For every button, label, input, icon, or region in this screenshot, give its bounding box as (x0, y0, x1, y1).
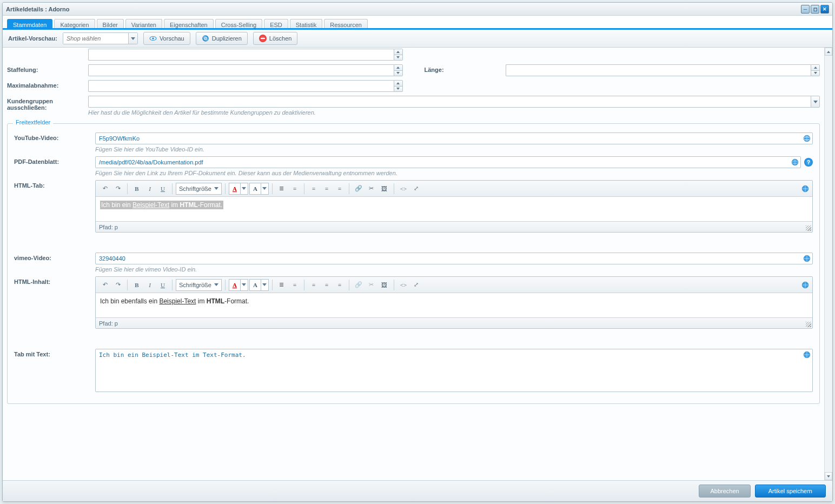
align-right-button[interactable]: ≡ (334, 183, 346, 195)
bold-button[interactable]: B (131, 183, 143, 195)
editor-path: Pfad: p (96, 317, 812, 328)
kundengruppen-select[interactable] (88, 96, 820, 108)
bold-button[interactable]: B (131, 279, 143, 291)
youtube-label: YouTube-Video: (14, 132, 95, 141)
tab-kategorien[interactable]: Kategorien (54, 19, 95, 28)
tab-statistik[interactable]: Statistik (290, 19, 323, 28)
ul-button[interactable]: ≣ (276, 183, 288, 195)
scroll-up-button[interactable] (825, 48, 832, 56)
pdf-input[interactable] (95, 156, 801, 168)
eye-icon (149, 35, 157, 42)
shop-select[interactable] (63, 32, 138, 44)
fullscreen-button[interactable]: ⤢ (410, 279, 422, 291)
align-left-button[interactable]: ≡ (308, 183, 320, 195)
tab-ressourcen[interactable]: Ressourcen (324, 19, 368, 28)
resize-handle[interactable] (806, 322, 811, 327)
globe-icon[interactable] (801, 281, 809, 289)
underline-button[interactable]: U (157, 183, 169, 195)
tab-varianten[interactable]: Varianten (125, 19, 162, 28)
mindestabnahme-spinner[interactable] (88, 49, 403, 61)
unlink-button[interactable]: ✂ (366, 183, 377, 195)
bg-color-button[interactable]: A (249, 279, 269, 291)
link-button[interactable]: 🔗 (353, 183, 365, 195)
redo-button[interactable]: ↷ (112, 183, 124, 195)
tabtext-label: Tab mit Text: (14, 349, 95, 357)
titlebar[interactable]: Artikeldetails : Adorno ─ ◻ ✕ (3, 3, 832, 16)
laenge-label: Länge: (425, 64, 506, 73)
close-button[interactable]: ✕ (820, 5, 829, 14)
source-button[interactable]: <> (397, 183, 409, 195)
laenge-spinner[interactable] (506, 64, 820, 76)
vimeo-input[interactable] (95, 253, 813, 264)
italic-button[interactable]: I (144, 183, 156, 195)
maximalabnahme-spinner[interactable] (88, 80, 403, 92)
tab-cross-selling[interactable]: Cross-Selling (215, 19, 262, 28)
fontsize-select[interactable]: Schriftgröße (176, 183, 222, 195)
staffelung-spinner[interactable] (88, 64, 403, 76)
resize-handle[interactable] (806, 226, 811, 231)
align-left-button[interactable]: ≡ (308, 279, 320, 291)
preview-label: Artikel-Vorschau: (8, 35, 57, 42)
minimize-button[interactable]: ─ (801, 5, 810, 14)
underline-button[interactable]: U (157, 279, 169, 291)
help-icon[interactable]: ? (804, 158, 813, 167)
cancel-button[interactable]: Abbrechen (699, 485, 750, 498)
delete-button[interactable]: Löschen (253, 32, 298, 45)
maximalabnahme-label: Maximalabnahme: (7, 80, 88, 89)
spin-up[interactable] (394, 49, 402, 55)
editor-content[interactable]: Ich bin ein Beispiel-Text im HTML-Format… (96, 197, 812, 221)
image-button[interactable]: 🖼 (379, 183, 390, 195)
source-button[interactable]: <> (397, 279, 409, 291)
ul-button[interactable]: ≣ (276, 279, 288, 291)
globe-icon[interactable] (801, 185, 809, 193)
fontsize-select[interactable]: Schriftgröße (176, 279, 222, 291)
globe-icon[interactable] (791, 158, 799, 166)
vimeo-hint: Fügen Sie hier die vimeo Video-ID ein. (95, 266, 813, 273)
kundengruppen-label: Kundengruppen ausschließen: (7, 96, 88, 111)
tabtext-textarea[interactable]: Ich bin ein Beispiel-Text im Text-Format… (95, 349, 813, 392)
shop-select-input[interactable] (63, 33, 128, 44)
tab-bilder[interactable]: Bilder (97, 19, 124, 28)
maximize-button[interactable]: ◻ (811, 5, 819, 14)
tab-eigenschaften[interactable]: Eigenschaften (164, 19, 214, 28)
globe-icon[interactable] (803, 351, 811, 359)
htmltab-label: HTML-Tab: (14, 180, 95, 189)
editor-content[interactable]: Ich bin ebenfalls ein Beispiel-Text im H… (96, 293, 812, 317)
editor-toolbar: ↶ ↷ B I U Schriftgröße A A (96, 277, 812, 293)
redo-button[interactable]: ↷ (112, 279, 124, 291)
align-center-button[interactable]: ≡ (321, 183, 333, 195)
unlink-button[interactable]: ✂ (366, 279, 377, 291)
text-color-button[interactable]: A (229, 279, 248, 291)
italic-button[interactable]: I (144, 279, 156, 291)
scroll-down-button[interactable] (825, 472, 832, 480)
duplicate-button[interactable]: Duplizieren (196, 32, 248, 45)
ol-button[interactable]: ≡ (289, 183, 301, 195)
delete-icon (259, 35, 267, 42)
spin-down[interactable] (394, 55, 402, 61)
youtube-input[interactable] (95, 132, 813, 144)
scroll-area[interactable]: x Staffelung: Maximalabnahme: (3, 48, 824, 480)
align-right-button[interactable]: ≡ (334, 279, 346, 291)
preview-button[interactable]: Vorschau (143, 32, 190, 45)
editor-toolbar: ↶ ↷ B I U Schriftgröße A A (96, 181, 812, 197)
ol-button[interactable]: ≡ (289, 279, 301, 291)
globe-icon[interactable] (803, 255, 811, 262)
align-center-button[interactable]: ≡ (321, 279, 333, 291)
shop-select-trigger[interactable] (128, 33, 137, 44)
fullscreen-button[interactable]: ⤢ (410, 183, 422, 195)
tab-stammdaten[interactable]: Stammdaten (7, 19, 52, 28)
image-button[interactable]: 🖼 (379, 279, 390, 291)
footer: Abbrechen Artikel speichern (3, 480, 832, 501)
duplicate-icon (202, 35, 209, 42)
link-button[interactable]: 🔗 (353, 279, 365, 291)
chevron-down-icon (131, 37, 135, 40)
undo-button[interactable]: ↶ (99, 279, 111, 291)
youtube-hint: Fügen Sie hier die YouTube Video-ID ein. (95, 146, 813, 152)
tab-esd[interactable]: ESD (264, 19, 288, 28)
undo-button[interactable]: ↶ (99, 183, 111, 195)
globe-icon[interactable] (803, 135, 811, 142)
vertical-scrollbar[interactable] (824, 48, 832, 480)
save-button[interactable]: Artikel speichern (755, 485, 826, 498)
bg-color-button[interactable]: A (249, 183, 269, 195)
text-color-button[interactable]: A (229, 183, 248, 195)
